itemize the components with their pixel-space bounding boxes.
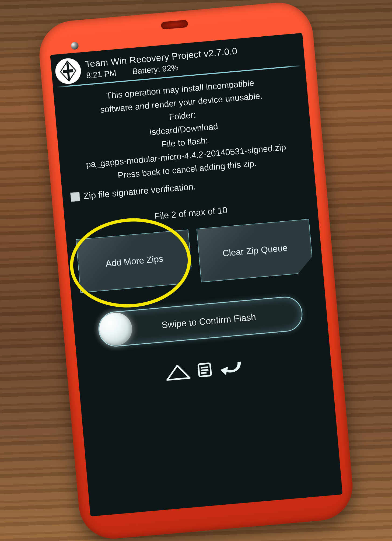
- add-more-zips-button[interactable]: Add More Zips: [76, 229, 193, 293]
- clear-zip-queue-button[interactable]: Clear Zip Queue: [196, 219, 314, 282]
- checkbox-box-icon: [70, 192, 80, 202]
- proximity-sensor: [71, 41, 79, 50]
- svg-line-4: [201, 370, 208, 370]
- add-more-zips-label: Add More Zips: [105, 253, 164, 269]
- file-queue-counter: File 2 of max of 10: [154, 205, 228, 222]
- earpiece-speaker: [161, 20, 188, 30]
- status-time: 8:21 PM: [86, 68, 117, 80]
- checkbox-label: Zip file signature verification.: [83, 181, 196, 201]
- twrp-logo-icon: [54, 57, 82, 85]
- device-screen: Team Win Recovery Project v2.7.0.0 8:21 …: [50, 33, 342, 516]
- button-row: Add More Zips Clear Zip Queue: [74, 219, 315, 293]
- main-content: This operation may install incompatible …: [53, 66, 343, 516]
- phone-device-frame: Team Win Recovery Project v2.7.0.0 8:21 …: [37, 0, 355, 541]
- log-icon[interactable]: [190, 359, 219, 380]
- warning-text: This operation may install incompatible …: [80, 74, 288, 185]
- back-icon[interactable]: [217, 357, 246, 378]
- swipe-label: Swipe to Confirm Flash: [132, 308, 302, 333]
- svg-line-5: [201, 373, 206, 373]
- status-battery: Battery: 92%: [132, 63, 179, 76]
- navigation-bar: [152, 351, 257, 391]
- svg-line-3: [201, 367, 208, 368]
- home-icon[interactable]: [164, 362, 192, 383]
- swipe-knob-icon[interactable]: [98, 311, 134, 347]
- swipe-to-confirm-slider[interactable]: Swipe to Confirm Flash: [97, 295, 304, 348]
- clear-zip-queue-label: Clear Zip Queue: [222, 243, 288, 259]
